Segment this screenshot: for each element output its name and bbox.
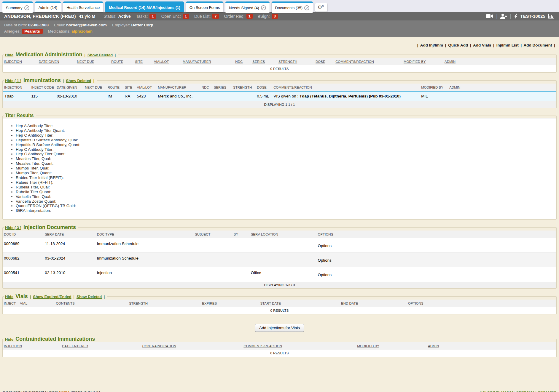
column-header[interactable]: ADMIN — [443, 58, 556, 65]
external-link-icon[interactable]: ↗ — [304, 5, 309, 10]
tab-medical-record-active[interactable]: Medical Record (14):MAR/Injections (1) — [105, 1, 184, 12]
column-header[interactable]: INJECT CODE — [30, 84, 55, 91]
column-header[interactable]: END DATE — [340, 300, 407, 307]
show-deleted-link[interactable]: Show Deleted — [87, 53, 113, 57]
column-header[interactable]: INJECTION — [3, 58, 38, 65]
hide-link[interactable]: Hide — [5, 53, 13, 57]
column-header[interactable]: NDC — [234, 58, 251, 65]
column-header[interactable]: MODIFIED BY — [356, 342, 427, 350]
column-header[interactable]: MODIFIED BY — [420, 84, 448, 91]
column-header[interactable]: ADMIN — [448, 84, 556, 91]
column-header[interactable]: ROUTE — [106, 84, 124, 91]
external-link-icon[interactable]: ↗ — [24, 5, 29, 10]
add-document-link[interactable]: Add Document — [523, 43, 552, 47]
column-header[interactable]: NEXT DUE — [84, 84, 106, 91]
show-deleted-link[interactable]: Show Deleted — [66, 79, 91, 83]
column-header[interactable]: SUBJECT — [194, 231, 232, 238]
titer-item: Hep A Antibody Titer Quant: — [16, 128, 556, 133]
options-menu[interactable]: Options — [318, 258, 332, 263]
hide-link[interactable]: Hide ( 3 ) — [5, 225, 21, 230]
column-header[interactable]: CONTENTS — [55, 300, 128, 307]
column-header[interactable]: STRENGTH — [232, 84, 256, 91]
tab-label: Admin (14) — [39, 5, 58, 10]
order-req-count-badge[interactable]: 1 — [246, 14, 253, 19]
document-row[interactable]: 0000689 11-18-2024 Immunization Schedule… — [3, 238, 556, 253]
options-menu[interactable]: Options — [318, 244, 332, 248]
column-header[interactable]: DATE ENTERED — [61, 342, 141, 350]
column-header[interactable]: SITE — [124, 84, 136, 91]
vials-section: Hide Vials | Show Expired/Ended | Show D… — [2, 293, 557, 314]
due-list-count-badge[interactable]: 7 — [212, 14, 219, 19]
lightning-bolt-icon[interactable] — [514, 14, 517, 19]
hide-link[interactable]: Hide — [5, 295, 13, 299]
immunization-row-tdap[interactable]: Tdap 115 02-13-2010 IM RA 5423 Merck and… — [3, 91, 556, 101]
add-injections-for-vials-button[interactable]: Add Injections for Vials — [255, 324, 304, 332]
column-header[interactable]: VIAL/LOT — [136, 84, 157, 91]
column-header[interactable]: INJECTION — [3, 84, 30, 91]
flowsheet-chart-icon[interactable] — [548, 14, 555, 19]
tab-documents[interactable]: Documents (35) ↗ — [272, 1, 313, 13]
column-header[interactable]: SERV DATE — [44, 231, 95, 238]
column-header[interactable]: OPTIONS — [317, 231, 556, 238]
tab-health-surveillance[interactable]: Health Surveillance — [63, 1, 103, 12]
column-header[interactable]: DOC TYPE — [96, 231, 194, 238]
column-header[interactable]: SERIES — [213, 84, 232, 91]
tab-summary[interactable]: Summary ↗ — [2, 1, 33, 13]
column-header[interactable]: NEXT DUE — [76, 58, 110, 65]
tasks-count-badge[interactable]: 1 — [149, 14, 156, 19]
inj-imm-list-link[interactable]: Inj/Imm List — [496, 43, 519, 47]
column-header[interactable]: EXPIRES — [201, 300, 259, 307]
column-header[interactable]: SITE — [134, 58, 152, 65]
column-header[interactable]: DOC ID — [3, 231, 44, 238]
column-header[interactable]: VIAL — [19, 300, 55, 307]
column-header[interactable]: INJECTION — [3, 342, 61, 350]
hide-link[interactable]: Hide — [5, 337, 13, 342]
footer-env: Demo — [59, 390, 70, 392]
options-menu[interactable]: Options — [318, 273, 332, 277]
column-header[interactable]: ADMIN — [427, 342, 556, 350]
external-link-icon[interactable]: ↗ — [261, 5, 266, 10]
column-header[interactable]: NDC — [200, 84, 213, 91]
column-header[interactable]: BY — [232, 231, 250, 238]
column-header[interactable]: MANUFACTURER — [157, 84, 200, 91]
show-expired-link[interactable]: Show Expired/Ended — [33, 295, 71, 299]
esign-count-badge[interactable]: 3 — [272, 14, 278, 19]
column-header[interactable]: STRENGTH — [277, 58, 314, 65]
quick-add-link[interactable]: Quick Add — [448, 43, 468, 47]
tab-admin[interactable]: Admin (14) — [35, 1, 61, 12]
column-header[interactable]: VIAL/LOT — [153, 58, 181, 65]
column-header[interactable]: SERV LOCATION — [250, 231, 317, 238]
add-inj-imm-link[interactable]: Add Inj/Imm — [420, 43, 443, 47]
document-row[interactable]: 0000682 03-01-2024 Immunization Schedule… — [3, 253, 556, 267]
medications-value[interactable]: alprazolam — [71, 29, 93, 33]
column-header[interactable]: COMMENTS/REACTION — [242, 342, 356, 350]
cell-modified-by: MIE — [420, 91, 448, 101]
document-row[interactable]: 0000541 02-13-2010 Injection Office Opti… — [3, 267, 556, 282]
cell-route: IM — [106, 91, 124, 101]
column-header[interactable]: COMMENTS/REACTION — [272, 84, 420, 91]
column-header[interactable]: CONTRAINDICATION — [141, 342, 243, 350]
column-header[interactable]: START DATE — [259, 300, 340, 307]
column-header[interactable]: COMMENTS/REACTION — [334, 58, 402, 65]
show-deleted-link[interactable]: Show Deleted — [77, 295, 102, 299]
tab-on-screen-forms[interactable]: On Screen Forms — [186, 1, 224, 12]
allergy-badge[interactable]: Peanuts — [22, 29, 43, 34]
empty-results-row: 0 RESULTS — [3, 350, 556, 357]
add-person-icon[interactable] — [500, 14, 507, 19]
column-header[interactable]: DOSE — [256, 84, 272, 91]
divider: | — [104, 295, 105, 299]
settings-gear-button[interactable]: ⚙⚙ — [315, 3, 327, 12]
add-vials-link[interactable]: Add Vials — [473, 43, 491, 47]
column-header[interactable]: DOSE — [314, 58, 334, 65]
column-header[interactable]: DATE GIVEN — [55, 84, 84, 91]
column-header[interactable]: STRENGTH — [128, 300, 201, 307]
video-camera-icon[interactable] — [486, 14, 493, 18]
column-header[interactable]: SERIES — [251, 58, 277, 65]
tab-needs-signed[interactable]: Needs Signed (4) ↗ — [225, 1, 269, 13]
column-header[interactable]: MANUFACTURER — [181, 58, 234, 65]
column-header[interactable]: MODIFIED BY — [402, 58, 443, 65]
column-header[interactable]: DATE GIVEN — [38, 58, 76, 65]
hide-link[interactable]: Hide ( 1 ) — [5, 79, 21, 83]
open-enc-count-badge[interactable]: 1 — [183, 14, 189, 19]
column-header[interactable]: ROUTE — [110, 58, 134, 65]
